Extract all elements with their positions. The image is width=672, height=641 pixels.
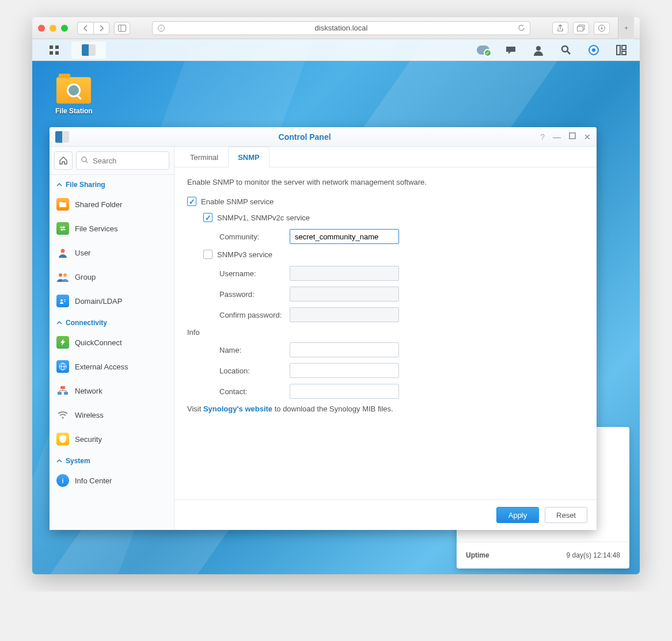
tabs-icon — [577, 25, 585, 32]
section-connectivity[interactable]: Connectivity — [50, 313, 173, 330]
snmp-v3-row[interactable]: SNMPv3 service — [203, 250, 584, 259]
svg-point-20 — [82, 157, 86, 162]
dsm-taskbar: ✓ — [32, 39, 640, 61]
folder-icon — [56, 198, 69, 211]
user-menu-button[interactable] — [525, 41, 552, 59]
close-icon[interactable]: ✕ — [584, 132, 591, 142]
svg-point-22 — [61, 249, 65, 253]
svg-rect-8 — [55, 45, 59, 49]
search-icon — [81, 156, 89, 164]
apply-button[interactable]: Apply — [496, 507, 539, 523]
sidebar-item-user[interactable]: User — [50, 241, 173, 265]
svg-rect-5 — [578, 26, 583, 31]
notifications-button[interactable] — [497, 41, 525, 59]
confirm-password-label: Confirm password: — [219, 311, 290, 319]
sidebar-search-input[interactable] — [76, 151, 169, 170]
chat-icon — [505, 44, 517, 56]
minimize-window-icon[interactable] — [50, 25, 56, 32]
checkbox-label: Enable SNMP service — [201, 197, 274, 206]
help-icon[interactable]: ? — [540, 132, 545, 142]
user-icon — [56, 246, 69, 259]
info-location-input[interactable] — [290, 363, 399, 378]
info-name-input[interactable] — [290, 342, 399, 357]
checkbox-enable-snmp[interactable] — [187, 197, 196, 206]
svg-text:i: i — [161, 26, 162, 31]
section-system[interactable]: System — [50, 451, 173, 468]
svg-point-23 — [59, 273, 62, 277]
home-button[interactable] — [54, 151, 73, 170]
checkbox-snmp-v12c[interactable] — [203, 213, 212, 222]
sidebar-item-label: QuickConnect — [75, 338, 122, 347]
sidebar-item-quickconnect[interactable]: QuickConnect — [50, 330, 173, 354]
svg-rect-10 — [55, 51, 59, 55]
bolt-icon — [56, 336, 69, 349]
tabs-button[interactable] — [573, 22, 589, 35]
desktop-icon-file-station[interactable]: File Station — [55, 77, 93, 115]
snmp-desc: Enable SNMP to monitor the server with n… — [187, 178, 584, 186]
cloud-status-button[interactable]: ✓ — [469, 41, 497, 59]
svg-point-34 — [62, 417, 64, 419]
sidebar-item-security[interactable]: Security — [50, 427, 173, 451]
back-button[interactable] — [77, 22, 93, 35]
sidebar-item-external-access[interactable]: External Access — [50, 354, 173, 379]
svg-rect-18 — [622, 51, 626, 55]
svg-rect-17 — [622, 45, 626, 49]
username-label: Username: — [219, 269, 290, 278]
sidebar-toggle-button[interactable] — [114, 22, 130, 35]
info-icon: i — [56, 474, 69, 487]
svg-point-24 — [63, 273, 67, 277]
desktop-icon-label: File Station — [55, 107, 93, 115]
close-window-icon[interactable] — [38, 25, 45, 32]
wifi-icon — [56, 409, 69, 421]
minimize-icon[interactable]: — — [553, 132, 561, 142]
checkbox-snmp-v3[interactable] — [203, 250, 212, 259]
svg-point-12 — [562, 46, 568, 52]
share-icon — [557, 24, 564, 32]
sidebar-item-shared-folder[interactable]: Shared Folder — [50, 192, 173, 216]
tab-terminal[interactable]: Terminal — [180, 147, 228, 167]
widgets-button[interactable] — [580, 41, 608, 59]
pilot-view-button[interactable] — [608, 41, 635, 59]
download-icon — [598, 25, 605, 32]
svg-point-25 — [60, 299, 63, 302]
sidebar-item-network[interactable]: Network — [50, 379, 173, 403]
task-control-panel[interactable] — [71, 41, 106, 59]
tab-snmp[interactable]: SNMP — [228, 147, 269, 167]
zoom-window-icon[interactable] — [61, 25, 68, 32]
sidebar-item-label: Info Center — [75, 476, 112, 485]
svg-rect-0 — [119, 25, 126, 31]
maximize-icon[interactable] — [569, 132, 576, 142]
new-tab-button[interactable]: + — [618, 17, 634, 39]
address-bar[interactable]: i diskstation.local — [152, 21, 530, 35]
sidebar-item-group[interactable]: Group — [50, 265, 173, 289]
search-button[interactable] — [552, 41, 580, 59]
cp-titlebar[interactable]: Control Panel ? — ✕ — [50, 127, 597, 147]
svg-rect-7 — [50, 45, 53, 49]
checkbox-label: SNMPv3 service — [217, 250, 272, 259]
svg-rect-19 — [570, 133, 575, 139]
sidebar-item-info-center[interactable]: i Info Center — [50, 468, 173, 493]
forward-button[interactable] — [93, 22, 109, 35]
group-icon — [56, 270, 69, 283]
sidebar-item-file-services[interactable]: File Services — [50, 216, 173, 241]
svg-rect-32 — [58, 392, 62, 395]
chevron-up-icon — [56, 458, 62, 464]
card-icon — [56, 295, 69, 307]
section-file-sharing[interactable]: File Sharing — [50, 175, 173, 192]
info-contact-input[interactable] — [290, 384, 399, 399]
cp-main: Terminal SNMP Enable SNMP to monitor the… — [174, 147, 597, 530]
share-button[interactable] — [552, 22, 568, 35]
snmp-v12c-row[interactable]: SNMPv1, SNMPv2c service — [203, 213, 584, 222]
main-menu-button[interactable] — [37, 41, 71, 59]
browser-toolbar: i diskstation.local + — [32, 17, 640, 39]
confirm-password-input — [290, 307, 399, 322]
synology-website-link[interactable]: Synology's website — [203, 405, 272, 413]
enable-snmp-row[interactable]: Enable SNMP service — [187, 197, 584, 206]
reload-icon[interactable] — [518, 24, 525, 32]
checkbox-label: SNMPv1, SNMPv2c service — [217, 213, 310, 222]
reset-button[interactable]: Reset — [545, 507, 587, 523]
downloads-button[interactable] — [594, 22, 610, 35]
community-input[interactable] — [290, 229, 399, 244]
sidebar-item-domain-ldap[interactable]: Domain/LDAP — [50, 289, 173, 313]
sidebar-item-wireless[interactable]: Wireless — [50, 403, 173, 427]
